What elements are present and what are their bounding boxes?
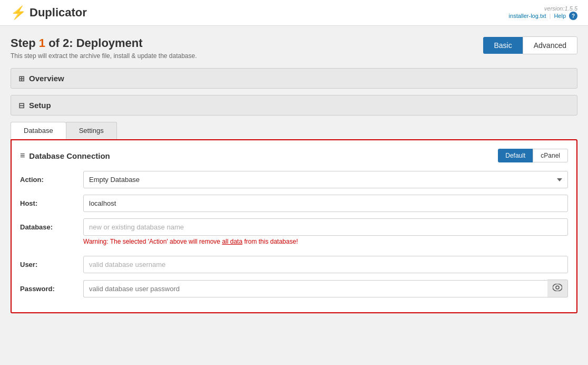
default-button[interactable]: Default <box>498 149 533 162</box>
svg-point-0 <box>553 284 562 291</box>
basic-button[interactable]: Basic <box>483 37 522 54</box>
step-mode-buttons: Basic Advanced <box>483 36 577 54</box>
overview-header[interactable]: ⊞ Overview <box>11 69 577 88</box>
action-row: Action: Empty Database Create New Databa… <box>20 171 568 188</box>
host-input[interactable] <box>83 195 568 212</box>
tab-database[interactable]: Database <box>11 122 66 139</box>
password-input[interactable] <box>83 280 547 297</box>
installer-log-link[interactable]: installer-log.txt <box>509 13 546 19</box>
step-title-prefix: Step <box>11 36 39 50</box>
bolt-icon: ⚡ <box>11 5 26 20</box>
warning-link[interactable]: all data <box>222 238 242 245</box>
database-warning: Warning: The selected 'Action' above wil… <box>83 238 298 245</box>
svg-point-1 <box>556 286 559 289</box>
user-input[interactable] <box>83 256 568 273</box>
overview-expand-icon: ⊞ <box>18 74 25 83</box>
setup-tabs: Database Settings <box>11 122 577 139</box>
database-icon: ≡ <box>20 151 25 160</box>
host-field <box>83 195 568 212</box>
database-input[interactable] <box>83 218 568 236</box>
action-label: Action: <box>20 176 83 184</box>
advanced-button[interactable]: Advanced <box>523 36 577 54</box>
password-toggle-button[interactable] <box>547 280 568 297</box>
password-row: Password: <box>20 280 568 297</box>
step-title-suffix: of 2: Deployment <box>45 36 143 50</box>
password-label: Password: <box>20 285 83 293</box>
logo-text: Duplicator <box>30 6 87 20</box>
cpanel-button[interactable]: cPanel <box>533 149 568 162</box>
page-title: Step 1 of 2: Deployment <box>11 36 197 50</box>
separator: | <box>550 13 551 19</box>
setup-collapse-icon: ⊟ <box>18 101 25 110</box>
help-icon: ? <box>569 12 577 20</box>
user-field <box>83 256 568 273</box>
db-connection-label: Database Connection <box>29 151 110 160</box>
tab-settings[interactable]: Settings <box>66 122 117 139</box>
user-label: User: <box>20 261 83 268</box>
logo: ⚡ Duplicator <box>11 5 87 20</box>
db-connection-title: ≡ Database Connection <box>20 151 110 160</box>
action-field: Empty Database Create New Database Overw… <box>83 171 568 188</box>
step-number: 1 <box>39 36 45 50</box>
db-connection-box: ≡ Database Connection Default cPanel Act… <box>11 139 577 313</box>
overview-section: ⊞ Overview <box>11 68 577 89</box>
setup-title: Setup <box>29 101 51 110</box>
header-right: version:1.5.5 installer-log.txt | Help ? <box>509 5 577 20</box>
action-select[interactable]: Empty Database Create New Database Overw… <box>83 171 568 188</box>
database-field <box>83 218 568 236</box>
database-label: Database: <box>20 223 83 231</box>
eye-icon <box>553 284 562 291</box>
user-row: User: <box>20 256 568 273</box>
host-label: Host: <box>20 199 83 207</box>
overview-title: Overview <box>29 74 64 83</box>
host-row: Host: <box>20 195 568 212</box>
database-row: Database: Warning: The selected 'Action'… <box>20 218 568 249</box>
setup-section: ⊟ Setup <box>11 95 577 116</box>
setup-header[interactable]: ⊟ Setup <box>11 95 577 115</box>
version-text: version:1.5.5 <box>509 5 577 12</box>
connection-type-buttons: Default cPanel <box>498 149 568 162</box>
page-header: ⚡ Duplicator version:1.5.5 installer-log… <box>0 0 588 26</box>
help-link[interactable]: Help <box>554 13 566 19</box>
step-subtitle: This step will extract the archive file,… <box>11 52 197 60</box>
password-field <box>83 280 568 297</box>
